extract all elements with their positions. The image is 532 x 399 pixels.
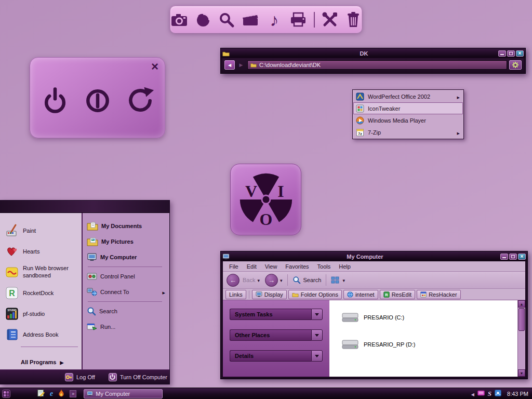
menu-view[interactable]: View	[261, 263, 282, 270]
back-dropdown-icon[interactable]	[257, 277, 260, 283]
all-programs-button[interactable]: All Programs	[5, 359, 82, 365]
back-button[interactable]	[227, 274, 240, 287]
start-item-pf-studio[interactable]: STUDIO pf-studio	[5, 303, 82, 324]
tray-collapse-icon[interactable]	[471, 391, 474, 397]
menu-edit[interactable]: Edit	[243, 263, 261, 270]
tab-folder-options[interactable]: Folder Options	[288, 290, 342, 299]
close-button[interactable]	[518, 254, 526, 260]
forward-button[interactable]	[237, 61, 245, 69]
tab-internet[interactable]: internet	[343, 290, 378, 299]
start-item-label: Run...	[100, 324, 115, 330]
start-item-label: RocketDock	[23, 290, 54, 296]
expand-button[interactable]	[311, 350, 323, 362]
tab-display[interactable]: Display	[252, 290, 287, 299]
address-input[interactable]: C:\download\deviant\DK	[247, 60, 507, 70]
menu-item-wmp[interactable]: Windows Media Player	[353, 114, 463, 126]
start-item-search[interactable]: Search	[87, 303, 169, 319]
forward-dropdown-icon[interactable]	[280, 277, 283, 283]
standby-icon[interactable]	[83, 86, 112, 116]
tab-reshacker[interactable]: ResHacker	[417, 290, 460, 299]
start-item-hearts[interactable]: Hearts	[5, 241, 82, 262]
scroll-down-button[interactable]	[518, 369, 525, 377]
scroll-up-button[interactable]	[518, 300, 525, 308]
taskbar-button-my-computer[interactable]: My Computer	[84, 389, 163, 398]
control-panel-icon	[87, 272, 97, 281]
maximize-button[interactable]	[507, 50, 515, 57]
quicklaunch-ie-icon[interactable]: e	[50, 390, 53, 398]
expand-button[interactable]	[311, 329, 323, 341]
maximize-button[interactable]	[509, 254, 517, 260]
back-button[interactable]	[224, 60, 235, 70]
hearts-icon	[5, 245, 19, 258]
separator	[88, 267, 162, 267]
tray-keyboard-icon[interactable]	[477, 390, 485, 397]
printer-icon[interactable]	[289, 10, 307, 30]
taskbar-clock[interactable]: 8:43 PM	[507, 391, 528, 397]
vio-logo[interactable]: V I O	[230, 164, 301, 235]
scrollbar-thumb[interactable]	[518, 308, 525, 331]
menu-item-icontweaker[interactable]: IconTweaker	[353, 102, 463, 114]
start-button[interactable]	[0, 388, 12, 399]
turn-off-button[interactable]: Turn Off Computer	[109, 373, 167, 381]
quicklaunch-notepad-icon[interactable]	[37, 389, 45, 398]
search-button[interactable]: Search	[292, 276, 322, 284]
menu-item-wordperfect[interactable]: WordPerfect Office 2002	[353, 90, 463, 102]
system-tasks-group[interactable]: System Tasks	[230, 309, 323, 320]
quicklaunch-overflow-icon[interactable]	[70, 390, 76, 397]
menu-item-label: 7-Zip	[368, 129, 381, 136]
details-group[interactable]: Details	[230, 350, 323, 362]
scrollbar-track[interactable]	[518, 331, 525, 369]
start-item-run[interactable]: Run...	[87, 319, 169, 335]
minimize-button[interactable]	[500, 254, 508, 260]
views-button[interactable]	[331, 276, 345, 284]
titlebar[interactable]: My Computer	[221, 251, 527, 261]
log-off-button[interactable]: Log Off	[65, 373, 95, 381]
chevron-down-icon	[315, 334, 319, 337]
menu-item-7zip[interactable]: 7z 7-Zip	[353, 126, 463, 138]
forward-button[interactable]	[265, 274, 278, 287]
firefox-icon[interactable]	[195, 10, 211, 30]
my-pictures-icon	[87, 237, 98, 246]
tab-resedit[interactable]: R ResEdit	[380, 290, 416, 299]
clapperboard-icon[interactable]	[242, 10, 259, 30]
power-off-icon[interactable]	[41, 86, 70, 116]
tab-links[interactable]: Links	[225, 290, 246, 299]
dk-window: DK C:\download\deviant\DK	[220, 48, 526, 74]
drive-c[interactable]: PRESARIO (C:)	[342, 312, 517, 323]
music-icon[interactable]: ♪	[266, 10, 283, 30]
tray-s-icon[interactable]: S	[488, 390, 491, 398]
start-item-paint[interactable]: Paint	[5, 220, 82, 241]
close-button[interactable]	[516, 50, 524, 57]
menu-file[interactable]: File	[225, 263, 243, 270]
paint-icon	[5, 224, 19, 237]
start-item-my-pictures[interactable]: My Pictures	[87, 234, 169, 249]
start-item-connect-to[interactable]: Connect To	[87, 284, 169, 300]
search-icon[interactable]	[218, 10, 235, 30]
menu-favorites[interactable]: Favorites	[281, 263, 313, 270]
desktop[interactable]: ♪ × DK	[0, 0, 532, 399]
dk-titlebar[interactable]: DK	[221, 48, 525, 58]
tools-icon[interactable]	[322, 10, 338, 30]
start-item-control-panel[interactable]: Control Panel	[87, 269, 169, 284]
settings-gear-button[interactable]	[509, 60, 522, 70]
other-places-group[interactable]: Other Places	[230, 329, 323, 341]
start-item-my-computer[interactable]: My Computer	[87, 249, 169, 265]
vertical-scrollbar[interactable]	[517, 300, 525, 377]
minimize-button[interactable]	[498, 50, 506, 57]
drive-d[interactable]: PRESARIO_RP (D:)	[342, 339, 517, 350]
quicklaunch-flame-icon[interactable]	[58, 389, 65, 398]
start-item-my-documents[interactable]: My Documents	[87, 218, 169, 234]
menu-help[interactable]: Help	[335, 263, 355, 270]
tray-network-icon[interactable]	[495, 390, 501, 397]
trash-icon[interactable]	[345, 10, 362, 30]
start-item-sandboxed-browser[interactable]: Run Web browser sandboxed	[5, 262, 82, 283]
start-item-address-book[interactable]: Address Book	[5, 324, 82, 345]
restart-icon[interactable]	[126, 86, 155, 116]
start-item-rocketdock[interactable]: R RocketDock	[5, 283, 82, 303]
display-icon	[256, 291, 262, 297]
icon-dock: ♪	[170, 6, 362, 33]
camera-icon[interactable]	[170, 10, 188, 30]
menu-tools[interactable]: Tools	[313, 263, 335, 270]
folder-icon	[250, 62, 257, 68]
expand-button[interactable]	[311, 309, 323, 320]
